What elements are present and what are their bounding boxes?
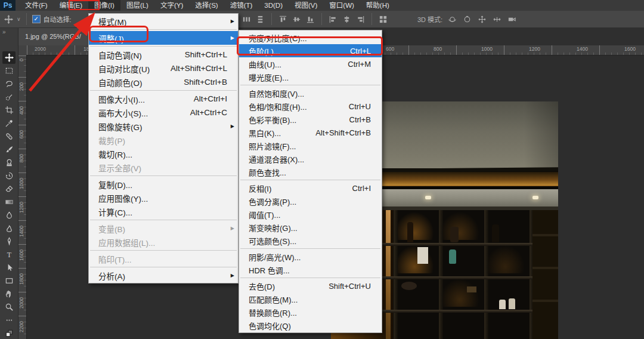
adjust-submenu-item-24[interactable]: 替换颜色(R)... (239, 306, 382, 319)
adjust-submenu-item-15[interactable]: 阈值(T)... (239, 208, 382, 221)
rectangle-shape-tool-icon[interactable] (2, 275, 16, 287)
adjust-submenu-item-13[interactable]: 反相(I)Ctrl+I (239, 181, 382, 195)
adjust-submenu-item-8[interactable]: 黑白(K)...Alt+Shift+Ctrl+B (239, 126, 382, 139)
menubar-item-type[interactable]: 文字(Y) (154, 0, 189, 11)
move-tool-icon[interactable] (2, 51, 16, 64)
align-left-edges-icon[interactable] (328, 14, 338, 24)
color-swatches-icon[interactable] (2, 327, 16, 339)
eyedropper-tool-icon[interactable] (2, 117, 16, 130)
more-options-icon[interactable] (2, 314, 16, 326)
image-menu-item-11: 裁剪(P) (89, 133, 238, 147)
image-menu-item-24[interactable]: 分析(A)▶ (89, 269, 238, 282)
adjust-submenu-item-16[interactable]: 渐变映射(G)... (239, 221, 382, 234)
submenu-arrow-icon: ▶ (227, 35, 234, 41)
toolbar-collapse-icon[interactable]: » (2, 29, 6, 35)
pen-tool-icon[interactable] (2, 235, 16, 248)
auto-select-checkbox[interactable]: ✓ (32, 15, 41, 23)
adjust-submenu-item-5[interactable]: 自然饱和度(V)... (239, 87, 382, 100)
align-top-edges-icon[interactable] (278, 14, 288, 24)
type-tool-icon[interactable]: T (2, 248, 16, 261)
adjust-submenu-item-7[interactable]: 色彩平衡(B)...Ctrl+B (239, 113, 382, 126)
adjust-submenu-item-1[interactable]: 色阶(L)...Ctrl+L (239, 44, 382, 57)
menubar-item-help[interactable]: 帮助(H) (360, 0, 395, 11)
image-menu-item-9[interactable]: 画布大小(S)...Alt+Ctrl+C (89, 106, 238, 119)
menu-item-shortcut: Ctrl+M (332, 60, 371, 69)
adjust-submenu-item-14[interactable]: 色调分离(P)... (239, 195, 382, 208)
image-menu-item-12[interactable]: 裁切(R)... (89, 147, 238, 161)
brush-tool-icon[interactable] (2, 143, 16, 156)
distribute-horizontal-centers-icon[interactable] (255, 14, 265, 24)
menu-separator (90, 267, 237, 267)
align-horizontal-centers-icon[interactable] (342, 14, 352, 24)
adjust-submenu-item-6[interactable]: 色相/饱和度(H)...Ctrl+U (239, 100, 382, 113)
adjust-submenu-item-25[interactable]: 色调均化(Q) (239, 319, 382, 332)
align-right-edges-icon[interactable] (355, 14, 366, 24)
3d-mode-label: 3D 模式: (417, 14, 442, 24)
align-bottom-edges-icon[interactable] (305, 14, 315, 24)
menubar-item-filter[interactable]: 滤镜(T) (224, 0, 259, 11)
image-menu-item-0[interactable]: 模式(M)▶ (89, 14, 238, 28)
3d-slide-icon[interactable] (492, 14, 502, 24)
quick-selection-tool-icon[interactable] (2, 91, 16, 103)
menu-item-label: 替换颜色(R)... (249, 307, 297, 318)
move-tool-icon (4, 14, 14, 24)
adjust-submenu-item-22[interactable]: 去色(D)Shift+Ctrl+U (239, 279, 382, 292)
blur-tool-icon[interactable] (2, 209, 16, 221)
hand-tool-icon[interactable] (2, 288, 16, 300)
vertical-ruler[interactable]: 0200400600800100012001400160018002000220… (18, 55, 27, 339)
image-menu-item-6[interactable]: 自动颜色(O)Shift+Ctrl+B (89, 75, 238, 89)
history-brush-tool-icon[interactable] (2, 170, 16, 182)
auto-align-layers-icon[interactable] (378, 14, 388, 24)
align-vertical-centers-icon[interactable] (292, 14, 302, 24)
menubar-item-window[interactable]: 窗口(W) (323, 0, 360, 11)
rectangular-marquee-tool-icon[interactable] (2, 64, 16, 77)
image-menu-item-15[interactable]: 复制(D)... (89, 177, 238, 191)
lasso-tool-icon[interactable] (2, 78, 16, 90)
3d-zoom-camera-icon[interactable] (507, 14, 517, 24)
adjust-submenu-item-23[interactable]: 匹配颜色(M)... (239, 292, 382, 306)
image-menu-item-4[interactable]: 自动色调(N)Shift+Ctrl+L (89, 48, 238, 61)
menubar-item-select[interactable]: 选择(S) (189, 0, 224, 11)
menubar-item-edit[interactable]: 编辑(E) (54, 0, 88, 11)
image-menu-item-17[interactable]: 计算(C)... (89, 205, 238, 218)
adjust-submenu-item-10[interactable]: 通道混合器(X)... (239, 152, 382, 165)
menubar-item-image[interactable]: 图像(I) (88, 0, 120, 11)
distribute-vertical-centers-icon[interactable] (242, 14, 252, 24)
adjust-submenu-item-19[interactable]: 阴影/高光(W)... (239, 250, 382, 263)
adjust-submenu-item-11[interactable]: 颜色查找... (239, 165, 382, 178)
image-menu-item-2[interactable]: 调整(J)▶ (89, 31, 238, 45)
menubar-item-layer[interactable]: 图层(L) (120, 0, 154, 11)
crop-tool-icon[interactable] (2, 104, 16, 116)
image-menu-item-16[interactable]: 应用图像(Y)... (89, 191, 238, 205)
path-selection-tool-icon[interactable] (2, 261, 16, 274)
tool-preset-dropdown[interactable]: ∨ (17, 16, 21, 22)
ruler-number: 400 (18, 106, 24, 115)
submenu-arrow-icon: ▶ (227, 226, 234, 231)
menubar-item-file[interactable]: 文件(F) (19, 0, 54, 11)
menu-separator (90, 175, 237, 176)
clone-stamp-tool-icon[interactable] (2, 156, 16, 169)
adjust-submenu-item-9[interactable]: 照片滤镜(F)... (239, 139, 382, 152)
3d-pan-icon[interactable] (477, 14, 487, 24)
spot-healing-brush-tool-icon[interactable] (2, 130, 16, 143)
menubar-item-view[interactable]: 视图(V) (289, 0, 323, 11)
ruler-number: 1400 (577, 46, 588, 52)
adjust-submenu-item-0[interactable]: 亮度/对比度(C)... (239, 31, 382, 44)
image-menu-item-5[interactable]: 自动对比度(U)Alt+Shift+Ctrl+L (89, 61, 238, 75)
menu-item-label: 自动对比度(U) (98, 63, 150, 75)
zoom-tool-icon[interactable] (2, 301, 16, 313)
adjust-submenu-item-2[interactable]: 曲线(U)...Ctrl+M (239, 57, 382, 70)
image-menu-item-8[interactable]: 图像大小(I)...Alt+Ctrl+I (89, 92, 238, 106)
image-menu-item-10[interactable]: 图像旋转(G)▶ (89, 119, 238, 133)
gradient-tool-icon[interactable] (2, 196, 16, 208)
menu-item-label: 阴影/高光(W)... (249, 251, 301, 263)
adjust-submenu-item-17[interactable]: 可选颜色(S)... (239, 234, 382, 247)
adjust-submenu-item-3[interactable]: 曝光度(E)... (239, 70, 382, 84)
menubar-item-3d[interactable]: 3D(D) (258, 0, 289, 11)
menu-item-label: 曝光度(E)... (249, 72, 289, 83)
adjust-submenu-item-20[interactable]: HDR 色调... (239, 263, 382, 276)
3d-orbit-icon[interactable] (447, 14, 457, 24)
eraser-tool-icon[interactable] (2, 183, 16, 195)
3d-roll-icon[interactable] (462, 14, 472, 24)
smudge-tool-icon[interactable] (2, 222, 16, 235)
